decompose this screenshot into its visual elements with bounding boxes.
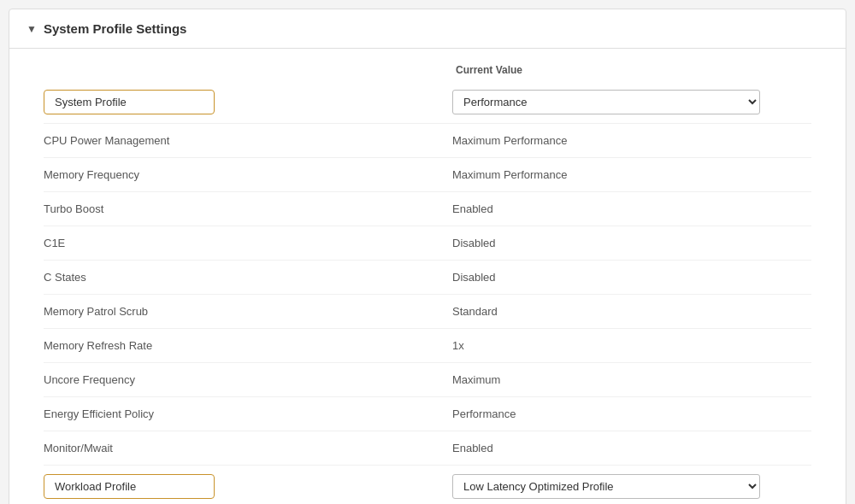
select-workload-profile[interactable]: Low Latency Optimized ProfileNot Applica… (452, 474, 760, 499)
table-row: Memory Patrol ScrubStandard (44, 295, 811, 329)
settings-table: Current Value System ProfilePerformanceC… (9, 49, 846, 504)
settings-rows: System ProfilePerformanceCustomDense Con… (44, 81, 811, 504)
table-row: C StatesDisabled (44, 261, 811, 295)
field-value-uncore-frequency: Maximum (452, 373, 811, 386)
field-label-c-states: C States (44, 271, 452, 284)
field-label-energy-efficient-policy: Energy Efficient Policy (44, 407, 452, 420)
section-header[interactable]: ▼ System Profile Settings (9, 9, 846, 49)
field-label-c1e: C1E (44, 237, 452, 249)
chevron-down-icon: ▼ (27, 23, 37, 35)
column-header-row: Current Value (44, 57, 811, 81)
field-label-uncore-frequency: Uncore Frequency (44, 373, 452, 386)
field-value-monitor-mwait: Enabled (452, 442, 811, 454)
table-row: C1EDisabled (44, 226, 811, 261)
table-row: Memory FrequencyMaximum Performance (44, 158, 811, 192)
table-row: Uncore FrequencyMaximum (44, 363, 811, 397)
field-value-memory-frequency: Maximum Performance (452, 168, 811, 181)
field-value-c-states: Disabled (452, 271, 811, 284)
highlighted-field-label-workload-profile: Workload Profile (44, 474, 215, 499)
table-row: System ProfilePerformanceCustomDense Con… (44, 81, 811, 124)
table-row: CPU Power ManagementMaximum Performance (44, 124, 811, 158)
system-profile-settings-panel: ▼ System Profile Settings Current Value … (9, 9, 846, 504)
field-label-memory-frequency: Memory Frequency (44, 168, 452, 181)
field-value-memory-patrol-scrub: Standard (452, 305, 811, 318)
table-row: Monitor/MwaitEnabled (44, 431, 811, 466)
field-label-memory-refresh-rate: Memory Refresh Rate (44, 339, 452, 352)
field-value-energy-efficient-policy: Performance (452, 407, 811, 420)
table-row: Turbo BoostEnabled (44, 192, 811, 226)
field-label-cpu-power-management: CPU Power Management (44, 134, 452, 147)
field-label-turbo-boost: Turbo Boost (44, 202, 452, 215)
field-value-memory-refresh-rate: 1x (452, 339, 811, 352)
table-row: Energy Efficient PolicyPerformance (44, 397, 811, 431)
highlighted-field-label-system-profile: System Profile (44, 90, 215, 114)
select-system-profile[interactable]: PerformanceCustomDense Configuration Opt… (452, 90, 760, 114)
table-row: Workload ProfileLow Latency Optimized Pr… (44, 466, 811, 504)
field-value-cpu-power-management: Maximum Performance (452, 134, 811, 147)
field-label-memory-patrol-scrub: Memory Patrol Scrub (44, 305, 452, 318)
table-row: Memory Refresh Rate1x (44, 329, 811, 363)
field-value-turbo-boost: Enabled (452, 202, 811, 215)
field-label-monitor-mwait: Monitor/Mwait (44, 442, 452, 454)
section-title: System Profile Settings (44, 21, 187, 36)
field-value-c1e: Disabled (452, 237, 811, 249)
current-value-column-header: Current Value (452, 64, 811, 76)
